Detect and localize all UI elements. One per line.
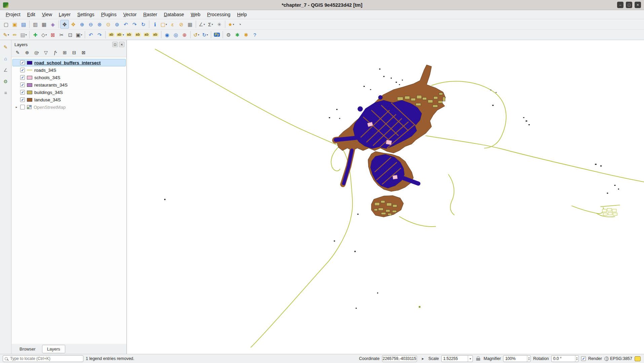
zoom-to-selection-button[interactable]: ⊙	[104, 20, 113, 29]
current-edits-button[interactable]: ✎▾	[2, 30, 10, 39]
filter-legend-button[interactable]: ▽	[42, 49, 50, 56]
paste-features-button[interactable]: ▣▾	[75, 30, 83, 39]
messages-icon[interactable]	[635, 356, 641, 361]
open-project-button[interactable]: ▣	[10, 20, 19, 29]
magnifier-spin-arrows[interactable]: ▴▾	[527, 356, 530, 362]
collapse-all-button[interactable]: ⊟	[70, 49, 78, 56]
save-project-button[interactable]: ▤	[19, 20, 28, 29]
copy-features-button[interactable]: ⊡	[66, 30, 75, 39]
layer-item-restaurants_34S[interactable]: ✓restaurants_34S	[12, 81, 126, 89]
menu-vector[interactable]: Vector	[120, 11, 140, 18]
geocode-button[interactable]: ⊕	[180, 30, 189, 39]
rotate-label-button[interactable]: ab	[142, 30, 151, 39]
menu-help[interactable]: Help	[234, 11, 250, 18]
maximize-button[interactable]: ▢	[626, 2, 632, 8]
layer-checkbox[interactable]	[20, 105, 25, 109]
map-tips-button[interactable]: ✳	[215, 20, 224, 29]
layer-expander-icon[interactable]: ▸	[15, 105, 18, 109]
zoom-out-button[interactable]: ⊖	[86, 20, 95, 29]
title-bar[interactable]: *chapter_7 - QGIS 9e45223d42 [tm] – ▢ ✕	[0, 0, 644, 10]
menu-database[interactable]: Database	[161, 11, 187, 18]
menu-project[interactable]: Project	[3, 11, 24, 18]
expand-all-button[interactable]: ⊞	[61, 49, 69, 56]
new-bookmark-button[interactable]: ★▾	[227, 20, 235, 29]
locator-input[interactable]	[9, 356, 81, 361]
float-panel-button[interactable]: ⊡	[112, 42, 118, 47]
layer-item-landuse_34S[interactable]: ✓landuse_34S	[12, 96, 126, 103]
menu-view[interactable]: View	[39, 11, 55, 18]
pan-to-selection-button[interactable]: ✥	[69, 20, 78, 29]
menu-raster[interactable]: Raster	[140, 11, 160, 18]
dock-layer-styling-icon[interactable]: ✎	[2, 43, 9, 51]
dock-browser-icon[interactable]: ⌂	[2, 55, 9, 62]
dock-advanced-digitizing-icon[interactable]: ∠	[2, 66, 9, 74]
dock-log-icon[interactable]: ≡	[2, 89, 9, 97]
open-attribute-table-button[interactable]: ▦	[186, 20, 194, 29]
select-by-expression-button[interactable]: ε	[168, 20, 177, 29]
save-layer-edits-button[interactable]: ▤▾	[19, 30, 28, 39]
toggle-extents-button[interactable]: ➤	[419, 355, 426, 362]
new-print-layout-button[interactable]: ▥	[31, 20, 40, 29]
close-panel-button[interactable]: ✕	[119, 42, 124, 47]
toggle-editing-button[interactable]: ✏	[10, 30, 19, 39]
zoom-in-button[interactable]: ⊕	[78, 20, 86, 29]
menu-plugins[interactable]: Plugins	[98, 11, 119, 18]
paste-style-button[interactable]: ↻▾	[201, 30, 210, 39]
help-button[interactable]: ?	[251, 30, 259, 39]
layer-checkbox[interactable]: ✓	[20, 90, 25, 95]
layer-labeling-button[interactable]: ab	[107, 30, 116, 39]
layout-manager-button[interactable]: ▦	[40, 20, 48, 29]
render-checkbox[interactable]: ✓	[581, 356, 586, 361]
zoom-next-button[interactable]: ↷	[130, 20, 139, 29]
layer-item-roads_34S[interactable]: ✓roads_34S	[12, 66, 126, 74]
minimize-button[interactable]: –	[617, 2, 623, 8]
plugin-a-button[interactable]: ✱	[233, 30, 242, 39]
locator-bar[interactable]	[3, 355, 83, 362]
temporal-controller-button[interactable]: ◔	[235, 20, 244, 29]
new-project-button[interactable]: ▢	[2, 20, 10, 29]
menu-edit[interactable]: Edit	[24, 11, 38, 18]
tab-layers[interactable]: Layers	[42, 345, 65, 353]
menu-settings[interactable]: Settings	[74, 11, 98, 18]
change-label-properties-button[interactable]: ab	[151, 30, 160, 39]
rotation-spin-arrows[interactable]: ▴▾	[575, 356, 578, 362]
layer-checkbox[interactable]: ✓	[20, 75, 25, 80]
measure-button[interactable]: ∠▾	[197, 20, 206, 29]
scale-dropdown-icon[interactable]: ▼	[468, 356, 472, 362]
osm-place-search-button[interactable]: ◎	[172, 30, 180, 39]
layer-checkbox[interactable]: ✓	[20, 82, 25, 87]
statistics-button[interactable]: Σ▾	[206, 20, 215, 29]
refresh-map-button[interactable]: ↻	[139, 20, 148, 29]
undo-button[interactable]: ↶	[86, 30, 95, 39]
open-layer-styling-button[interactable]: ✎	[13, 49, 22, 56]
layer-diagrams-button[interactable]: ab▾	[116, 30, 125, 39]
plugin-b-button[interactable]: ✱	[242, 30, 251, 39]
delete-selected-button[interactable]: ⊠	[48, 30, 57, 39]
close-button[interactable]: ✕	[635, 2, 641, 8]
menu-processing[interactable]: Processing	[204, 11, 233, 18]
map-canvas[interactable]	[127, 40, 644, 354]
move-label-button[interactable]: ab	[134, 30, 142, 39]
zoom-last-button[interactable]: ↶	[121, 20, 130, 29]
vertex-tool-button[interactable]: ◇▾	[40, 30, 48, 39]
pan-map-button[interactable]: ✥	[60, 20, 69, 29]
redo-button[interactable]: ↷	[95, 30, 104, 39]
tab-browser[interactable]: Browser	[14, 345, 41, 353]
magnifier-spinbox[interactable]: 100% ▴▾	[503, 355, 531, 362]
select-features-button[interactable]: ▢▾	[159, 20, 168, 29]
lock-scale-button[interactable]	[475, 355, 481, 362]
layer-item-road_school_buffers_intersect[interactable]: ✓road_school_buffers_intersect	[12, 59, 126, 66]
add-group-button[interactable]: ⊕	[23, 49, 31, 56]
scale-combobox[interactable]: 1:52255 ▼	[441, 355, 473, 362]
filter-by-expression-button[interactable]: ƒ▾	[51, 49, 60, 56]
layer-checkbox[interactable]: ✓	[20, 97, 25, 102]
highlight-pinned-labels-button[interactable]: ab	[125, 30, 134, 39]
python-console-button[interactable]: Py	[213, 30, 221, 39]
layer-item-OpenStreetMap[interactable]: ▸OpenStreetMap	[12, 103, 126, 111]
remove-layer-button[interactable]: ⊠	[79, 49, 88, 56]
copy-style-button[interactable]: ↺▾	[192, 30, 201, 39]
menu-web[interactable]: Web	[188, 11, 203, 18]
crs-status[interactable]: EPSG:3857	[604, 356, 632, 361]
manage-map-themes-button[interactable]: ◎▾	[32, 49, 41, 56]
coordinate-input[interactable]: 2265759,-4033115	[382, 355, 417, 362]
